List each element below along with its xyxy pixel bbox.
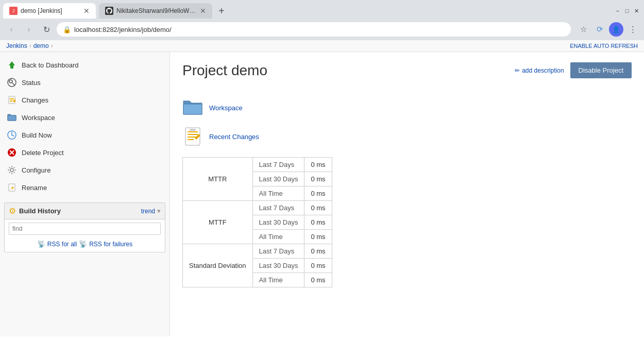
build-history-icon: ⚙ bbox=[9, 206, 16, 216]
reload-button[interactable]: ↻ bbox=[39, 22, 54, 37]
workspace-link-item: Workspace bbox=[182, 97, 632, 118]
stats-col-label: All Time bbox=[252, 186, 304, 201]
delete-label: Delete Project bbox=[22, 149, 64, 157]
stats-col-value: 0 ms bbox=[304, 215, 332, 230]
stats-col-label: Last 7 Days bbox=[252, 244, 304, 259]
minimize-button[interactable]: − bbox=[614, 7, 621, 14]
changes-icon bbox=[6, 94, 18, 106]
stats-col-label: All Time bbox=[252, 230, 304, 244]
recent-changes-link[interactable]: Recent Changes bbox=[209, 133, 259, 141]
stats-row-header: MTTF bbox=[183, 201, 253, 244]
build-history-title: Build History bbox=[19, 207, 141, 215]
workspace-link[interactable]: Workspace bbox=[209, 104, 243, 112]
delete-icon bbox=[6, 147, 18, 158]
maximize-button[interactable]: □ bbox=[623, 7, 631, 14]
tab-title: demo [Jenkins] bbox=[21, 7, 80, 14]
chrome-icon[interactable]: ⟳ bbox=[592, 22, 607, 37]
sidebar-item-build-now[interactable]: Build Now bbox=[0, 126, 170, 144]
rss-links: 📡 RSS for all 📡 RSS for failures bbox=[5, 238, 165, 252]
enable-refresh-link[interactable]: ENABLE AUTO REFRESH bbox=[570, 43, 638, 49]
bookmark-icon[interactable]: ☆ bbox=[576, 22, 590, 37]
build-now-icon bbox=[6, 129, 18, 141]
status-label: Status bbox=[22, 79, 41, 87]
project-links: Workspace Recent Changes bbox=[182, 97, 632, 147]
stats-col-label: Last 7 Days bbox=[252, 201, 304, 215]
stats-col-label: Last 30 Days bbox=[252, 259, 304, 273]
stats-col-label: Last 7 Days bbox=[252, 158, 304, 172]
stats-row-header: Standard Deviation bbox=[183, 244, 253, 287]
sidebar-item-back-dashboard[interactable]: Back to Dashboard bbox=[0, 56, 170, 74]
edit-description-icon: ✏ bbox=[515, 67, 520, 74]
forward-button[interactable]: › bbox=[22, 22, 36, 37]
breadcrumb-jenkins[interactable]: Jenkins bbox=[6, 42, 27, 49]
menu-icon[interactable]: ⋮ bbox=[625, 22, 640, 37]
add-description-link[interactable]: ✏ add description bbox=[515, 67, 564, 74]
jenkins-topbar: Jenkins › demo › ENABLE AUTO REFRESH bbox=[0, 40, 644, 52]
arrow-up-icon bbox=[6, 59, 18, 71]
tab-close-button[interactable]: ✕ bbox=[83, 7, 90, 15]
svg-point-15 bbox=[10, 168, 13, 172]
project-title: Project demo bbox=[182, 62, 267, 79]
top-actions: ✏ add description Disable Project bbox=[515, 62, 632, 78]
trend-icon[interactable]: ▾ bbox=[157, 207, 161, 215]
url-bar[interactable]: 🔒 localhost:8282/jenkins/job/demo/ bbox=[57, 22, 571, 37]
sidebar-item-workspace[interactable]: Workspace bbox=[0, 109, 170, 126]
url-text: localhost:8282/jenkins/job/demo/ bbox=[74, 26, 565, 33]
notepad-icon bbox=[182, 126, 203, 147]
build-history-search bbox=[5, 219, 165, 238]
sidebar-item-status[interactable]: Status bbox=[0, 74, 170, 91]
stats-col-value: 0 ms bbox=[304, 244, 332, 259]
configure-icon bbox=[6, 164, 18, 176]
breadcrumb-sep1: › bbox=[29, 42, 31, 49]
stats-col-value: 0 ms bbox=[304, 259, 332, 273]
svg-line-3 bbox=[12, 83, 15, 86]
tab-favicon: J bbox=[9, 7, 18, 15]
workspace-folder-icon bbox=[182, 97, 203, 118]
build-now-label: Build Now bbox=[22, 131, 52, 139]
sidebar-item-configure[interactable]: Configure bbox=[0, 161, 170, 179]
rename-label: Rename bbox=[22, 184, 47, 192]
build-history-header: ⚙ Build History trend ▾ bbox=[5, 203, 165, 219]
main-layout: Back to Dashboard Status Changes Workspa… bbox=[0, 52, 644, 336]
tab2-favicon bbox=[105, 7, 113, 15]
svg-line-11 bbox=[12, 135, 14, 136]
disable-project-button[interactable]: Disable Project bbox=[570, 62, 632, 78]
stats-col-value: 0 ms bbox=[304, 158, 332, 172]
stats-col-value: 0 ms bbox=[304, 201, 332, 215]
workspace-label: Workspace bbox=[22, 114, 55, 122]
rename-icon bbox=[6, 182, 18, 193]
close-window-button[interactable]: ✕ bbox=[633, 7, 640, 14]
breadcrumb-sep2: › bbox=[51, 42, 53, 49]
sidebar-item-rename[interactable]: Rename bbox=[0, 179, 170, 196]
back-dashboard-label: Back to Dashboard bbox=[22, 61, 79, 69]
status-icon bbox=[6, 77, 18, 88]
changes-label: Changes bbox=[22, 96, 48, 104]
find-input[interactable] bbox=[9, 223, 161, 235]
inactive-tab[interactable]: NikitakeSharwani9/HelloWorld: f... ✕ bbox=[99, 3, 212, 19]
stats-col-label: Last 30 Days bbox=[252, 215, 304, 230]
recent-changes-link-item: Recent Changes bbox=[182, 126, 632, 147]
back-button[interactable]: ‹ bbox=[4, 22, 19, 37]
active-tab[interactable]: J demo [Jenkins] ✕ bbox=[3, 3, 96, 19]
workspace-icon bbox=[6, 112, 18, 123]
browser-chrome: J demo [Jenkins] ✕ NikitakeSharwani9/Hel… bbox=[0, 0, 644, 40]
address-bar: ‹ › ↻ 🔒 localhost:8282/jenkins/job/demo/… bbox=[0, 19, 644, 40]
breadcrumb: Jenkins › demo › bbox=[6, 42, 53, 49]
tab2-title: NikitakeSharwani9/HelloWorld: f... bbox=[116, 7, 197, 14]
stats-col-label: Last 30 Days bbox=[252, 172, 304, 186]
sidebar-item-delete[interactable]: Delete Project bbox=[0, 144, 170, 161]
lock-icon: 🔒 bbox=[63, 26, 71, 33]
sidebar-item-changes[interactable]: Changes bbox=[0, 91, 170, 109]
tab-bar: J demo [Jenkins] ✕ NikitakeSharwani9/Hel… bbox=[0, 0, 644, 19]
trend-link[interactable]: trend bbox=[141, 208, 155, 215]
configure-label: Configure bbox=[22, 166, 50, 174]
rss-all-link[interactable]: RSS for all bbox=[47, 241, 77, 248]
content-area: Project demo ✏ add description Disable P… bbox=[170, 52, 644, 336]
tab2-close-button[interactable]: ✕ bbox=[200, 7, 206, 15]
stats-col-label: All Time bbox=[252, 273, 304, 287]
rss-failures-link[interactable]: RSS for failures bbox=[89, 241, 132, 248]
new-tab-button[interactable]: + bbox=[214, 5, 229, 17]
stats-col-value: 0 ms bbox=[304, 172, 332, 186]
breadcrumb-demo[interactable]: demo bbox=[33, 42, 49, 49]
profile-icon[interactable]: 👤 bbox=[609, 22, 623, 37]
